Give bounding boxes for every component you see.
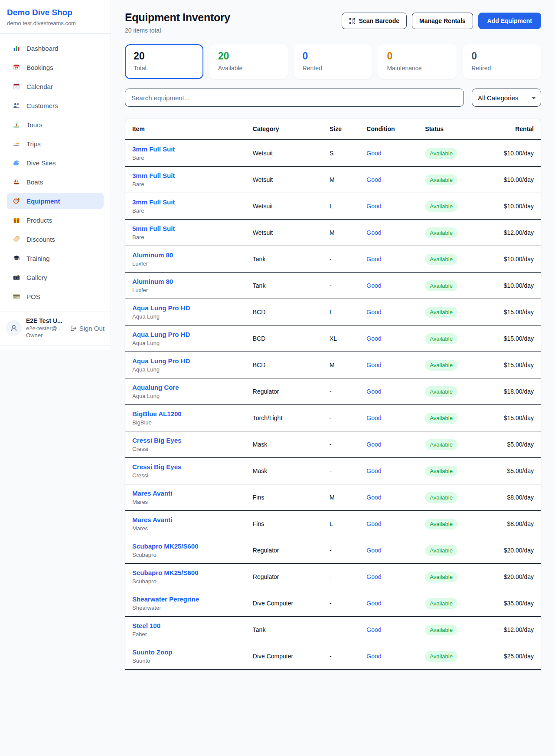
table-row[interactable]: Cressi Big Eyes Cressi Mask - Good Avail… [125, 431, 541, 458]
item-condition-link[interactable]: Good [359, 537, 418, 564]
item-name-link[interactable]: Aluminum 80 [132, 278, 239, 285]
table-row[interactable]: Steel 100 Faber Tank - Good Available $1… [125, 617, 541, 643]
table-row[interactable]: Aluminum 80 Luxfer Tank - Good Available… [125, 273, 541, 299]
item-condition-link[interactable]: Good [359, 405, 418, 431]
stat-card-rented[interactable]: 0Rented [294, 44, 372, 79]
item-brand: Aqua Lung [132, 366, 239, 373]
people-icon [12, 101, 21, 110]
item-name-link[interactable]: Mares Avanti [132, 516, 239, 523]
sidebar-item-boats[interactable]: Boats [7, 174, 104, 190]
item-name-link[interactable]: Aluminum 80 [132, 251, 239, 259]
item-name-link[interactable]: Aqualung Core [132, 384, 239, 391]
table-row[interactable]: 3mm Full Suit Bare Wetsuit M Good Availa… [125, 167, 541, 193]
scan-barcode-button[interactable]: Scan Barcode [342, 13, 407, 29]
sidebar-item-training[interactable]: Training [7, 250, 104, 266]
add-equipment-button[interactable]: Add Equipment [478, 13, 541, 29]
item-name-link[interactable]: BigBlue AL1200 [132, 410, 239, 417]
table-row[interactable]: Mares Avanti Mares Fins M Good Available… [125, 484, 541, 511]
item-rental-price: $15.00/day [479, 405, 541, 431]
item-condition-link[interactable]: Good [359, 617, 418, 643]
table-row[interactable]: Aqua Lung Pro HD Aqua Lung BCD L Good Av… [125, 299, 541, 325]
item-condition-link[interactable]: Good [359, 140, 418, 167]
item-name-link[interactable]: 3mm Full Suit [132, 198, 239, 206]
sidebar-item-discounts[interactable]: Discounts [7, 231, 104, 247]
item-condition-link[interactable]: Good [359, 431, 418, 458]
table-row[interactable]: Aluminum 80 Luxfer Tank - Good Available… [125, 246, 541, 273]
table-row[interactable]: Suunto Zoop Suunto Dive Computer - Good … [125, 643, 541, 670]
table-row[interactable]: BigBlue AL1200 BigBlue Torch/Light - Goo… [125, 405, 541, 431]
table-row[interactable]: 3mm Full Suit Bare Wetsuit L Good Availa… [125, 193, 541, 220]
item-name-link[interactable]: Mares Avanti [132, 490, 239, 497]
item-condition-link[interactable]: Good [359, 273, 418, 299]
item-condition-link[interactable]: Good [359, 193, 418, 220]
sidebar-item-equipment[interactable]: Equipment [7, 193, 104, 209]
item-condition-link[interactable]: Good [359, 352, 418, 378]
brand-title[interactable]: Demo Dive Shop [7, 8, 104, 17]
item-condition-link[interactable]: Good [359, 167, 418, 193]
item-condition-link[interactable]: Good [359, 378, 418, 405]
category-select[interactable]: All Categories [472, 89, 541, 107]
column-header-size[interactable]: Size [323, 118, 359, 140]
sidebar-item-gallery[interactable]: Gallery [7, 269, 104, 286]
manage-rentals-button[interactable]: Manage Rentals [412, 13, 473, 29]
item-condition-link[interactable]: Good [359, 590, 418, 617]
sidebar-item-bookings[interactable]: 17Bookings [7, 59, 104, 76]
stat-card-total[interactable]: 20Total [125, 44, 203, 79]
table-row[interactable]: 5mm Full Suit Bare Wetsuit M Good Availa… [125, 220, 541, 246]
table-row[interactable]: Scubapro MK25/S600 Scubapro Regulator - … [125, 564, 541, 590]
item-condition-link[interactable]: Good [359, 299, 418, 325]
item-name-link[interactable]: Suunto Zoop [132, 648, 239, 656]
table-row[interactable]: Scubapro MK25/S600 Scubapro Regulator - … [125, 537, 541, 564]
item-condition-link[interactable]: Good [359, 246, 418, 273]
sidebar-item-dive-sites[interactable]: Dive Sites [7, 154, 104, 171]
column-header-rental[interactable]: Rental [479, 118, 541, 140]
item-size: S [323, 140, 359, 167]
table-row[interactable]: Cressi Big Eyes Cressi Mask - Good Avail… [125, 458, 541, 484]
table-row[interactable]: Aqualung Core Aqua Lung Regulator - Good… [125, 378, 541, 405]
header-actions: Scan Barcode Manage Rentals Add Equipmen… [342, 13, 541, 29]
item-name-link[interactable]: 3mm Full Suit [132, 172, 239, 179]
item-name-link[interactable]: Aqua Lung Pro HD [132, 304, 239, 312]
item-name-link[interactable]: Steel 100 [132, 622, 239, 629]
stat-card-retired[interactable]: 0Retired [463, 44, 541, 79]
graduation-cap-icon [12, 254, 21, 263]
sidebar-item-dashboard[interactable]: Dashboard [7, 40, 104, 56]
column-header-condition[interactable]: Condition [359, 118, 418, 140]
item-name-link[interactable]: Scubapro MK25/S600 [132, 569, 239, 576]
sidebar-item-tours[interactable]: Tours [7, 116, 104, 133]
table-row[interactable]: Aqua Lung Pro HD Aqua Lung BCD M Good Av… [125, 352, 541, 378]
item-name-link[interactable]: Cressi Big Eyes [132, 463, 239, 470]
sidebar-item-products[interactable]: Products [7, 212, 104, 228]
search-input[interactable] [125, 89, 464, 107]
sidebar-item-pos[interactable]: POS [7, 288, 104, 305]
sidebar-item-calendar[interactable]: Calendar [7, 78, 104, 95]
table-row[interactable]: Shearwater Peregrine Shearwater Dive Com… [125, 590, 541, 617]
stat-card-maintenance[interactable]: 0Maintenance [378, 44, 457, 79]
sidebar-item-customers[interactable]: Customers [7, 97, 104, 114]
item-condition-link[interactable]: Good [359, 325, 418, 352]
sidebar-item-trips[interactable]: Trips [7, 135, 104, 152]
item-name-link[interactable]: Aqua Lung Pro HD [132, 357, 239, 365]
column-header-item[interactable]: Item [125, 118, 246, 140]
table-row[interactable]: 3mm Full Suit Bare Wetsuit S Good Availa… [125, 140, 541, 167]
item-name-link[interactable]: Shearwater Peregrine [132, 595, 239, 603]
item-condition-link[interactable]: Good [359, 564, 418, 590]
item-condition-link[interactable]: Good [359, 220, 418, 246]
sign-out-button[interactable]: Sign Out [69, 325, 104, 332]
item-name-link[interactable]: 5mm Full Suit [132, 225, 239, 232]
table-row[interactable]: Mares Avanti Mares Fins L Good Available… [125, 511, 541, 537]
status-cell: Available [418, 352, 479, 378]
item-condition-link[interactable]: Good [359, 643, 418, 670]
item-name-link[interactable]: 3mm Full Suit [132, 145, 239, 153]
item-name-link[interactable]: Scubapro MK25/S600 [132, 542, 239, 550]
column-header-status[interactable]: Status [418, 118, 479, 140]
item-name-link[interactable]: Cressi Big Eyes [132, 437, 239, 444]
status-badge: Available [425, 227, 457, 238]
item-name-link[interactable]: Aqua Lung Pro HD [132, 331, 239, 338]
item-condition-link[interactable]: Good [359, 484, 418, 511]
item-condition-link[interactable]: Good [359, 511, 418, 537]
column-header-category[interactable]: Category [246, 118, 323, 140]
item-condition-link[interactable]: Good [359, 458, 418, 484]
stat-card-available[interactable]: 20Available [209, 44, 288, 79]
table-row[interactable]: Aqua Lung Pro HD Aqua Lung BCD XL Good A… [125, 325, 541, 352]
